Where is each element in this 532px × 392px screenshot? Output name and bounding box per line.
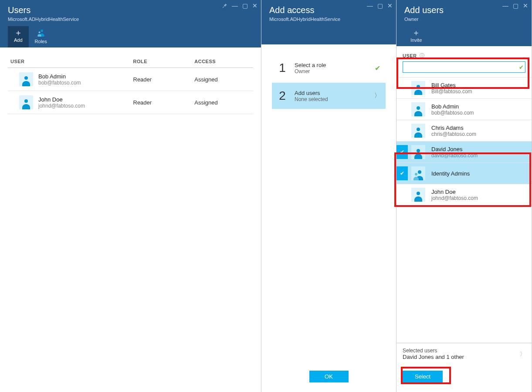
step-2[interactable]: 2 Add users None selected 〉	[272, 83, 386, 109]
check-icon	[396, 81, 408, 95]
user-name: Bob Admin	[431, 103, 474, 110]
step-1[interactable]: 1 Select a role Owner ✔	[272, 55, 386, 81]
user-name: Bill Gates	[431, 82, 472, 88]
user-email: Bill@fabtoso.com	[431, 88, 472, 95]
close-icon[interactable]: ✕	[387, 3, 393, 9]
col-role: ROLE	[131, 55, 192, 68]
user-name: David Jones	[431, 146, 478, 152]
check-icon	[396, 102, 408, 116]
selected-users-bar[interactable]: Selected users David Jones and 1 other 〉	[396, 343, 532, 365]
add-button[interactable]: ＋ Add	[8, 26, 29, 47]
step-title: Select a role	[295, 62, 368, 68]
user-email: chris@fabtoso.com	[431, 131, 476, 137]
step-number: 1	[277, 61, 288, 75]
users-table: USER ROLE ACCESS Bob Admin bob@fabtoso.c…	[8, 55, 253, 114]
avatar	[19, 72, 33, 86]
minimize-icon[interactable]: —	[232, 3, 238, 9]
info-icon[interactable]: ⓘ	[420, 52, 425, 59]
add-users-blade: — ▢ ✕ Add users Owner ＋ Invite USER ⓘ ✔ …	[396, 0, 532, 392]
select-button[interactable]: Select	[403, 371, 443, 382]
users-blade: 📌︎ — ▢ ✕ Users Microsoft.ADHybridHealthS…	[0, 0, 261, 392]
check-icon	[396, 188, 408, 202]
list-item[interactable]: John Doe johnd@fabtoso.com	[396, 184, 532, 206]
minimize-icon[interactable]: —	[502, 3, 508, 9]
filter-label: USER	[403, 53, 417, 58]
step-number: 2	[277, 89, 288, 103]
avatar	[19, 95, 33, 109]
user-name: Bob Admin	[38, 73, 81, 80]
check-icon: ✔	[396, 145, 408, 159]
step-title: Add users	[295, 90, 367, 96]
avatar	[411, 166, 425, 180]
maximize-icon[interactable]: ▢	[513, 3, 518, 9]
col-user: USER	[8, 55, 131, 68]
table-row[interactable]: John Doe johnd@fabtoso.com Reader Assign…	[8, 91, 253, 114]
invite-button[interactable]: ＋ Invite	[404, 26, 428, 46]
col-access: ACCESS	[192, 55, 253, 68]
users-body: USER ROLE ACCESS Bob Admin bob@fabtoso.c…	[0, 47, 261, 392]
ok-button[interactable]: OK	[309, 371, 349, 382]
user-email: bob@fabtoso.com	[38, 80, 81, 86]
list-item[interactable]: Bob Admin bob@fabtoso.com	[396, 99, 532, 120]
table-row[interactable]: Bob Admin bob@fabtoso.com Reader Assigne…	[8, 68, 253, 91]
list-item[interactable]: ✔ Identity Admins	[396, 163, 532, 184]
pin-icon[interactable]: 📌︎	[221, 3, 227, 9]
user-email: bob@fabtoso.com	[431, 110, 474, 116]
user-search-input[interactable]	[403, 61, 525, 73]
user-name: John Doe	[38, 96, 85, 103]
avatar	[411, 188, 425, 202]
check-icon: ✔	[519, 64, 524, 71]
list-item[interactable]: Chris Adams chris@fabtoso.com	[396, 120, 532, 142]
step-sub: None selected	[295, 96, 367, 102]
check-icon: ✔	[396, 166, 408, 180]
list-item[interactable]: ✔ David Jones david@fabtoso.com	[396, 142, 532, 163]
avatar	[411, 145, 425, 159]
user-name: Identity Admins	[431, 170, 470, 177]
selected-users-label: Selected users	[403, 348, 464, 354]
user-name: John Doe	[431, 189, 478, 195]
minimize-icon[interactable]: —	[367, 3, 373, 9]
users-subtitle: Microsoft.ADHybridHealthService	[8, 17, 253, 22]
users-header: 📌︎ — ▢ ✕ Users Microsoft.ADHybridHealthS…	[0, 0, 261, 47]
chevron-right-icon: 〉	[374, 92, 380, 100]
filter-block: USER ⓘ ✔	[396, 46, 532, 77]
plus-icon: ＋	[412, 29, 420, 37]
roles-icon	[37, 29, 45, 38]
user-role: Reader	[131, 91, 192, 114]
user-role: Reader	[131, 68, 192, 91]
step-sub: Owner	[295, 68, 368, 74]
selected-users-summary: David Jones and 1 other	[403, 354, 464, 360]
maximize-icon[interactable]: ▢	[377, 3, 383, 9]
users-title: Users	[8, 5, 253, 15]
roles-button[interactable]: Roles	[29, 26, 53, 47]
add-access-header: — ▢ ✕ Add access Microsoft.ADHybridHealt…	[261, 0, 396, 44]
user-name: Chris Adams	[431, 125, 476, 131]
list-item[interactable]: Bill Gates Bill@fabtoso.com	[396, 78, 532, 99]
add-access-subtitle: Microsoft.ADHybridHealthService	[269, 17, 388, 22]
user-access: Assigned	[192, 91, 253, 114]
user-email: david@fabtoso.com	[431, 152, 478, 159]
user-list: Bill Gates Bill@fabtoso.com Bob Admin bo…	[396, 77, 532, 206]
check-icon	[396, 124, 408, 138]
steps: 1 Select a role Owner ✔ 2 Add users None…	[261, 44, 396, 365]
plus-icon: ＋	[14, 29, 22, 37]
avatar	[411, 81, 425, 95]
avatar	[411, 124, 425, 138]
user-access: Assigned	[192, 68, 253, 91]
user-email: johnd@fabtoso.com	[431, 195, 478, 201]
maximize-icon[interactable]: ▢	[242, 3, 248, 9]
close-icon[interactable]: ✕	[523, 3, 528, 9]
chevron-right-icon: 〉	[520, 350, 525, 358]
avatar	[411, 102, 425, 116]
check-icon: ✔	[375, 64, 380, 72]
close-icon[interactable]: ✕	[252, 3, 258, 9]
add-access-blade: — ▢ ✕ Add access Microsoft.ADHybridHealt…	[261, 0, 396, 392]
add-users-subtitle: Owner	[404, 17, 524, 22]
user-email: johnd@fabtoso.com	[38, 103, 85, 109]
add-users-header: — ▢ ✕ Add users Owner ＋ Invite	[396, 0, 532, 46]
